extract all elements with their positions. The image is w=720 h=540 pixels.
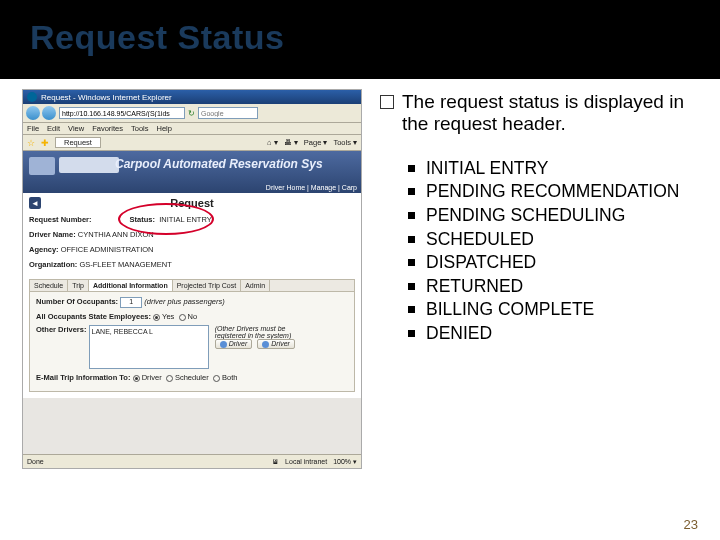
explanation-column: The request status is displayed in the r…	[380, 89, 698, 469]
page-number: 23	[684, 517, 698, 532]
status-zoom[interactable]: 100% ▾	[333, 458, 357, 466]
refresh-icon[interactable]: ↻	[188, 109, 195, 118]
menu-view[interactable]: View	[68, 124, 84, 133]
form-panel: Number Of Occupants: 1 (driver plus pass…	[29, 292, 355, 392]
app-page: ◄ Request Request Number: Status: INITIA…	[23, 193, 361, 398]
radio-both[interactable]	[213, 375, 220, 382]
menu-edit[interactable]: Edit	[47, 124, 60, 133]
driver-icon	[220, 341, 227, 348]
browser-screenshot: Request - Windows Internet Explorer ↻ Fi…	[22, 89, 362, 469]
status-item: PENDING RECOMMENDATION	[408, 180, 698, 204]
back-button[interactable]	[26, 106, 40, 120]
state-seal-image	[29, 157, 55, 175]
ie-toolbar: ☆ ✚ Request ⌂ ▾ 🖶 ▾ Page ▾ Tools ▾	[23, 135, 361, 151]
tab-request[interactable]: Request	[55, 137, 101, 148]
ie-titlebar: Request - Windows Internet Explorer	[23, 90, 361, 104]
other-drivers-note: (Other Drivers must be registered in the…	[215, 325, 305, 349]
ie-address-bar: ↻	[23, 104, 361, 123]
occupants-hint: (driver plus passengers)	[144, 297, 224, 306]
banner-nav[interactable]: Driver Home | Manage | Carp	[266, 184, 357, 191]
favorites-icon[interactable]: ☆	[27, 138, 35, 148]
radio-driver[interactable]	[133, 375, 140, 382]
page-menu[interactable]: Page ▾	[304, 138, 328, 147]
tab-trip[interactable]: Trip	[68, 280, 89, 291]
org-label: Organization:	[29, 260, 77, 269]
status-item: RETURNED	[408, 275, 698, 299]
tab-additional-info[interactable]: Additional Information	[89, 280, 173, 291]
status-list: INITIAL ENTRY PENDING RECOMMENDATION PEN…	[408, 157, 698, 346]
radio-no[interactable]	[179, 314, 186, 321]
status-item: DISPATCHED	[408, 251, 698, 275]
home-button[interactable]: ⌂ ▾	[267, 138, 278, 147]
radio-scheduler[interactable]	[166, 375, 173, 382]
search-input[interactable]	[198, 107, 258, 119]
occupants-label: Number Of Occupants:	[36, 297, 118, 306]
page-heading: Request	[170, 197, 231, 209]
add-driver-button[interactable]: Driver	[215, 339, 253, 349]
cars-image	[59, 157, 119, 173]
tab-schedule[interactable]: Schedule	[30, 280, 68, 291]
tools-menu[interactable]: Tools ▾	[333, 138, 357, 147]
app-banner: Carpool Automated Reservation Sys Driver…	[23, 151, 361, 193]
status-item: BILLING COMPLETE	[408, 298, 698, 322]
ie-status-bar: Done 🖥 Local intranet 100% ▾	[23, 454, 361, 468]
lead-paragraph: The request status is displayed in the r…	[380, 91, 698, 135]
status-item: INITIAL ENTRY	[408, 157, 698, 181]
agency-value: OFFICE ADMINISTRATION	[61, 245, 154, 254]
driver-icon	[262, 341, 269, 348]
menu-tools[interactable]: Tools	[131, 124, 149, 133]
status-item: PENDING SCHEDULING	[408, 204, 698, 228]
occupants-input[interactable]: 1	[120, 297, 142, 308]
menu-file[interactable]: File	[27, 124, 39, 133]
email-to-label: E-Mail Trip Information To:	[36, 373, 130, 382]
radio-yes[interactable]	[153, 314, 160, 321]
status-zone: Local intranet	[285, 458, 327, 465]
driver-name-value: CYNTHIA ANN DIXON	[78, 230, 154, 239]
slide-title-bar: Request Status	[0, 0, 720, 79]
slide-content: Request - Windows Internet Explorer ↻ Fi…	[0, 79, 720, 469]
driver-name-label: Driver Name:	[29, 230, 76, 239]
slide-title: Request Status	[30, 18, 690, 57]
tab-projected-cost[interactable]: Projected Trip Cost	[173, 280, 242, 291]
banner-title: Carpool Automated Reservation Sys	[115, 157, 323, 171]
add-favorite-icon[interactable]: ✚	[41, 138, 49, 148]
url-input[interactable]	[59, 107, 185, 119]
request-number-label: Request Number:	[29, 215, 92, 224]
agency-label: Agency:	[29, 245, 59, 254]
status-done: Done	[27, 458, 44, 465]
ie-icon	[27, 92, 37, 102]
employees-label: All Occupants State Employees:	[36, 312, 151, 321]
menu-favorites[interactable]: Favorites	[92, 124, 123, 133]
menu-help[interactable]: Help	[157, 124, 172, 133]
status-item: SCHEDULED	[408, 228, 698, 252]
request-number-row: Request Number: Status: INITIAL ENTRY	[29, 215, 355, 224]
window-title: Request - Windows Internet Explorer	[41, 93, 172, 102]
zone-icon: 🖥	[272, 458, 279, 465]
org-value: GS-FLEET MANAGEMENT	[79, 260, 171, 269]
checkbox-bullet-icon	[380, 95, 394, 109]
forward-button[interactable]	[42, 106, 56, 120]
lead-text: The request status is displayed in the r…	[402, 91, 698, 135]
print-button[interactable]: 🖶 ▾	[284, 138, 298, 147]
remove-driver-button[interactable]: Driver	[257, 339, 295, 349]
ie-menu-bar: File Edit View Favorites Tools Help	[23, 123, 361, 135]
tab-strip: Schedule Trip Additional Information Pro…	[29, 279, 355, 292]
page-back-icon[interactable]: ◄	[29, 197, 41, 209]
status-value: INITIAL ENTRY	[159, 215, 212, 224]
tab-admin[interactable]: Admin	[241, 280, 270, 291]
other-drivers-list[interactable]: LANE, REBECCA L	[89, 325, 209, 369]
status-label: Status:	[130, 215, 155, 224]
other-drivers-label: Other Drivers:	[36, 325, 86, 334]
status-item: DENIED	[408, 322, 698, 346]
